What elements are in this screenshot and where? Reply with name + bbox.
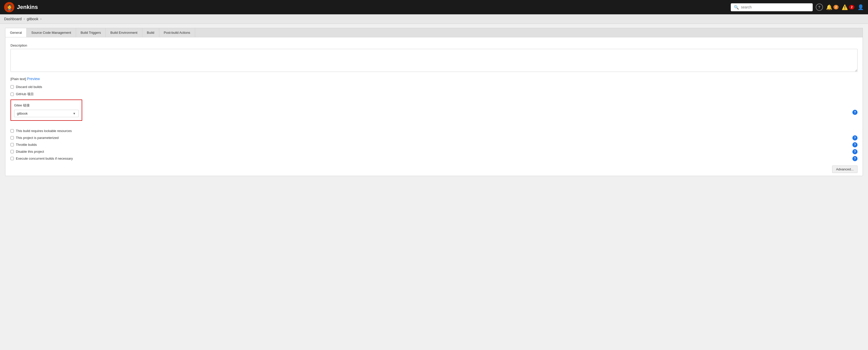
parameterized-checkbox[interactable] [10,136,14,139]
disable-project-row: Disable this project ? [10,150,858,153]
github-project-row: GitHub 项目 [10,92,858,97]
description-label: Description [10,43,858,47]
form-content: Description [Plain text] Preview Discard… [5,37,863,176]
throttle-builds-label: Throttle builds [16,143,37,147]
tab-post-build-actions[interactable]: Post-build Actions [159,28,195,37]
parameterized-label: This project is parameterized [16,136,59,140]
plain-text-row: [Plain text] Preview [10,77,858,81]
gitee-label: Gitee 链接 [14,103,79,108]
tab-source-code-management[interactable]: Source Code Management [27,28,76,37]
warnings-count: 2 [849,5,855,9]
disable-project-help-button[interactable]: ? [852,149,858,154]
github-project-label: GitHub 项目 [16,92,34,97]
breadcrumb: Dashboard › gitbook › [0,14,868,24]
description-textarea[interactable] [10,49,858,72]
disable-project-label: Disable this project [16,150,44,153]
app-title: Jenkins [17,4,38,10]
logo: Jenkins [4,2,38,12]
disable-project-checkbox[interactable] [10,150,14,153]
jenkins-logo-icon [4,2,14,12]
breadcrumb-sep-1: › [24,17,25,21]
bottom-checkboxes: This build requires lockable resources T… [10,129,858,170]
lockable-resources-checkbox[interactable] [10,129,14,133]
discard-old-builds-row: Discard old builds [10,85,858,89]
throttle-builds-checkbox[interactable] [10,143,14,146]
preview-link[interactable]: Preview [27,77,40,81]
advanced-button[interactable]: Advanced... [832,166,858,173]
concurrent-builds-row: Execute concurrent builds if necessary ? [10,156,858,161]
bell-icon: 🔔 [826,4,832,10]
tab-general[interactable]: General [5,28,27,37]
github-project-checkbox[interactable] [10,93,14,96]
search-icon: 🔍 [734,5,739,10]
discard-old-builds-checkbox[interactable] [10,85,14,89]
concurrent-builds-label: Execute concurrent builds if necessary [16,156,73,161]
gitee-row: Gitee 链接 gitbook ▼ ? [10,100,858,125]
breadcrumb-gitbook[interactable]: gitbook [27,17,38,21]
warnings-indicator[interactable]: ⚠️ 2 [842,4,855,10]
main-header: Jenkins 🔍 ? 🔔 2 ⚠️ 2 👤 [0,0,868,14]
warning-icon: ⚠️ [842,4,848,10]
tab-build[interactable]: Build [142,28,159,37]
notifications-bell[interactable]: 🔔 2 [826,4,839,10]
breadcrumb-sep-2: › [40,17,41,21]
breadcrumb-dashboard[interactable]: Dashboard [4,17,22,21]
tabs-bar: General Source Code Management Build Tri… [5,28,863,37]
discard-old-builds-label: Discard old builds [16,85,42,89]
parameterized-row: This project is parameterized ? [10,136,858,140]
gitee-value: gitbook [17,111,71,115]
concurrent-builds-help-button[interactable]: ? [852,156,858,161]
tabs-container: General Source Code Management Build Tri… [5,28,863,37]
description-group: Description [10,43,858,73]
chevron-down-icon: ▼ [73,112,76,115]
parameterized-help-button[interactable]: ? [852,135,858,140]
help-button[interactable]: ? [816,4,823,11]
gitee-help-button[interactable]: ? [852,110,858,115]
lockable-resources-label: This build requires lockable resources [16,129,72,133]
header-right: 🔍 ? 🔔 2 ⚠️ 2 👤 [731,3,864,11]
gitee-dropdown[interactable]: gitbook ▼ [14,110,79,117]
gitee-section: Gitee 链接 gitbook ▼ [10,100,82,121]
notifications-count: 2 [833,5,839,9]
concurrent-builds-checkbox[interactable] [10,157,14,160]
lockable-resources-row: This build requires lockable resources [10,129,858,133]
plain-text-label: [Plain text] [10,77,26,81]
throttle-builds-row: Throttle builds ? [10,143,858,147]
main-content: General Source Code Management Build Tri… [0,24,868,180]
tab-build-environment[interactable]: Build Environment [106,28,142,37]
user-icon[interactable]: 👤 [858,4,864,10]
tab-build-triggers[interactable]: Build Triggers [76,28,106,37]
search-input[interactable] [741,5,810,9]
search-container: 🔍 [731,3,813,11]
throttle-builds-help-button[interactable]: ? [852,142,858,147]
